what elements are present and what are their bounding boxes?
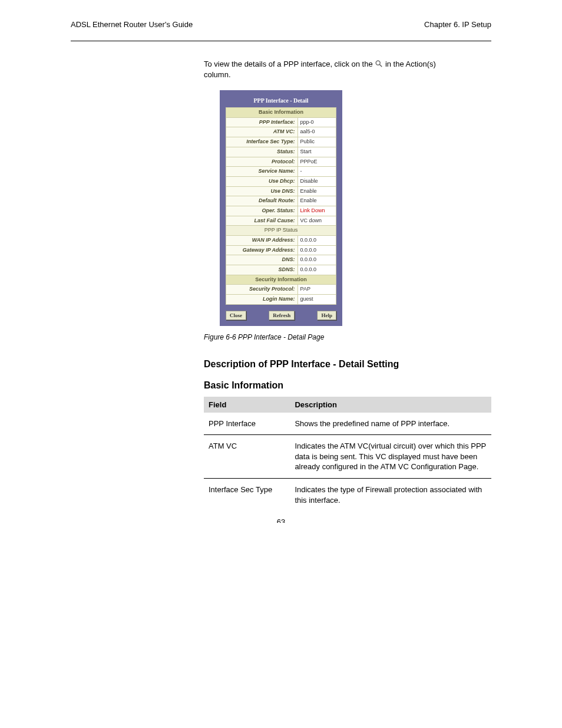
- header-rule: [71, 41, 491, 41]
- table-row: Use DNS:Enable: [226, 186, 336, 196]
- magnifier-icon: [375, 60, 383, 68]
- table-row: Oper. Status:Link Down: [226, 206, 336, 216]
- svg-point-0: [376, 61, 380, 65]
- table-row: Interface Sec Type:Public: [226, 137, 336, 147]
- table-row: Service Name:-: [226, 167, 336, 177]
- doc-title: ADSL Ethernet Router User's Guide: [71, 20, 193, 29]
- help-button[interactable]: Help: [317, 311, 336, 320]
- section-basic: Basic Information: [226, 108, 336, 118]
- detail-table: Basic Information PPP Interface:ppp-0 AT…: [226, 107, 336, 305]
- sub-ppp-ip: PPP IP Status: [226, 226, 336, 236]
- figure-caption: Figure 6-6 PPP Interface - Detail Page: [204, 333, 491, 341]
- table-row: SDNS:0.0.0.0: [226, 265, 336, 275]
- refresh-button[interactable]: Refresh: [269, 311, 295, 320]
- close-button[interactable]: Close: [226, 311, 246, 320]
- table-row: Status:Start: [226, 147, 336, 157]
- table-row: Use Dhcp:Disable: [226, 176, 336, 186]
- col-field: Field: [204, 397, 290, 413]
- table-row: PPP Interface:ppp-0: [226, 117, 336, 127]
- table-row: Security Protocol:PAP: [226, 285, 336, 295]
- definition-table: Field Description PPP Interface Shows th…: [204, 397, 491, 511]
- table-row: ATM VC Indicates the ATM VC(virtual circ…: [204, 435, 491, 478]
- svg-line-1: [380, 64, 382, 67]
- ppp-detail-panel: PPP Interface - Detail Basic Information…: [220, 90, 342, 326]
- intro-text: To view the details of a PPP interface, …: [204, 59, 491, 80]
- table-row: WAN IP Address:0.0.0.0: [226, 236, 336, 246]
- table-row: Default Route:Enable: [226, 196, 336, 206]
- section-heading: Description of PPP Interface - Detail Se…: [204, 359, 491, 370]
- table-row: ATM VC:aal5-0: [226, 127, 336, 137]
- table-row: PPP Interface Shows the predefined name …: [204, 413, 491, 435]
- table-row: DNS:0.0.0.0: [226, 255, 336, 265]
- table-row: Gateway IP Address:0.0.0.0: [226, 245, 336, 255]
- chapter-title: Chapter 6. IP Setup: [424, 20, 491, 29]
- section-security: Security Information: [226, 275, 336, 285]
- table-row: Login Name:guest: [226, 295, 336, 305]
- table-row: Interface Sec Type Indicates the type of…: [204, 479, 491, 511]
- page-number: 63: [0, 518, 562, 523]
- table-row: Last Fail Cause:VC down: [226, 216, 336, 226]
- table-row: Protocol:PPPoE: [226, 157, 336, 167]
- col-desc: Description: [290, 397, 491, 413]
- sub-heading-basic: Basic Information: [204, 380, 491, 391]
- panel-title: PPP Interface - Detail: [226, 96, 336, 107]
